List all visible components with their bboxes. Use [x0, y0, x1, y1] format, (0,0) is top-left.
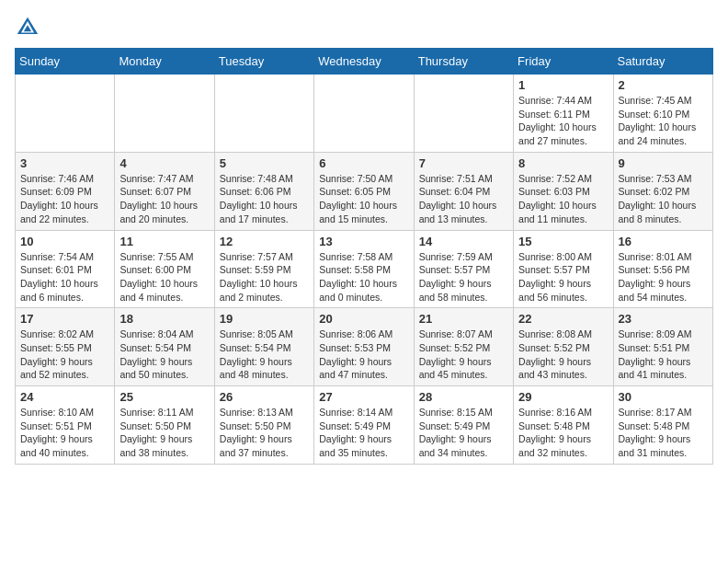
week-row-3: 10Sunrise: 7:54 AM Sunset: 6:01 PM Dayli…	[16, 230, 713, 308]
day-number: 18	[119, 312, 209, 326]
day-cell: 29Sunrise: 8:16 AM Sunset: 5:48 PM Dayli…	[514, 386, 613, 465]
day-cell: 4Sunrise: 7:47 AM Sunset: 6:07 PM Daylig…	[115, 152, 214, 230]
day-info: Sunrise: 7:58 AM Sunset: 5:58 PM Dayligh…	[319, 250, 408, 304]
day-number: 16	[619, 235, 708, 248]
day-cell: 2Sunrise: 7:45 AM Sunset: 6:10 PM Daylig…	[613, 75, 712, 153]
header-cell-friday: Friday	[514, 49, 613, 75]
header-cell-sunday: Sunday	[16, 49, 115, 75]
day-number: 13	[319, 235, 408, 248]
day-info: Sunrise: 7:44 AM Sunset: 6:11 PM Dayligh…	[518, 94, 608, 148]
day-info: Sunrise: 8:10 AM Sunset: 5:51 PM Dayligh…	[20, 406, 109, 460]
day-cell: 15Sunrise: 8:00 AM Sunset: 5:57 PM Dayli…	[514, 230, 613, 308]
day-info: Sunrise: 7:52 AM Sunset: 6:03 PM Dayligh…	[518, 172, 608, 226]
day-cell: 22Sunrise: 8:08 AM Sunset: 5:52 PM Dayli…	[514, 308, 613, 386]
calendar-header: SundayMondayTuesdayWednesdayThursdayFrid…	[16, 49, 713, 75]
day-info: Sunrise: 8:11 AM Sunset: 5:50 PM Dayligh…	[119, 406, 209, 460]
header-cell-wednesday: Wednesday	[314, 49, 414, 75]
day-cell: 17Sunrise: 8:02 AM Sunset: 5:55 PM Dayli…	[16, 308, 115, 386]
day-cell: 28Sunrise: 8:15 AM Sunset: 5:49 PM Dayli…	[414, 386, 513, 465]
day-cell: 25Sunrise: 8:11 AM Sunset: 5:50 PM Dayli…	[115, 386, 214, 465]
week-row-5: 24Sunrise: 8:10 AM Sunset: 5:51 PM Dayli…	[16, 386, 713, 465]
day-cell: 30Sunrise: 8:17 AM Sunset: 5:48 PM Dayli…	[613, 386, 712, 465]
day-number: 17	[20, 312, 109, 326]
day-cell: 24Sunrise: 8:10 AM Sunset: 5:51 PM Dayli…	[16, 386, 115, 465]
day-info: Sunrise: 7:59 AM Sunset: 5:57 PM Dayligh…	[419, 250, 508, 304]
day-info: Sunrise: 8:04 AM Sunset: 5:54 PM Dayligh…	[119, 327, 209, 382]
calendar-table: SundayMondayTuesdayWednesdayThursdayFrid…	[15, 48, 713, 465]
day-number: 26	[220, 390, 309, 404]
day-info: Sunrise: 8:07 AM Sunset: 5:52 PM Dayligh…	[419, 327, 508, 382]
day-number: 22	[518, 312, 608, 326]
day-info: Sunrise: 8:02 AM Sunset: 5:55 PM Dayligh…	[20, 327, 109, 382]
day-cell: 1Sunrise: 7:44 AM Sunset: 6:11 PM Daylig…	[514, 75, 613, 153]
day-number: 21	[419, 312, 508, 326]
day-number: 14	[419, 235, 508, 248]
page-header	[15, 15, 713, 40]
day-cell: 20Sunrise: 8:06 AM Sunset: 5:53 PM Dayli…	[314, 308, 414, 386]
day-cell: 11Sunrise: 7:55 AM Sunset: 6:00 PM Dayli…	[115, 230, 214, 308]
week-row-1: 1Sunrise: 7:44 AM Sunset: 6:11 PM Daylig…	[16, 75, 713, 153]
day-number: 7	[419, 156, 508, 170]
day-number: 9	[619, 156, 708, 170]
day-cell: 8Sunrise: 7:52 AM Sunset: 6:03 PM Daylig…	[514, 152, 613, 230]
day-info: Sunrise: 8:08 AM Sunset: 5:52 PM Dayligh…	[518, 327, 608, 382]
day-number: 8	[518, 156, 608, 170]
day-info: Sunrise: 8:06 AM Sunset: 5:53 PM Dayligh…	[319, 327, 408, 382]
day-number: 5	[220, 156, 309, 170]
day-cell: 23Sunrise: 8:09 AM Sunset: 5:51 PM Dayli…	[613, 308, 712, 386]
day-info: Sunrise: 8:09 AM Sunset: 5:51 PM Dayligh…	[619, 327, 708, 382]
day-info: Sunrise: 7:57 AM Sunset: 5:59 PM Dayligh…	[220, 250, 309, 304]
day-info: Sunrise: 8:00 AM Sunset: 5:57 PM Dayligh…	[518, 250, 608, 304]
day-number: 23	[619, 312, 708, 326]
day-info: Sunrise: 8:15 AM Sunset: 5:49 PM Dayligh…	[419, 406, 508, 460]
header-cell-saturday: Saturday	[613, 49, 712, 75]
day-number: 30	[619, 390, 708, 404]
day-cell: 6Sunrise: 7:50 AM Sunset: 6:05 PM Daylig…	[314, 152, 414, 230]
header-row: SundayMondayTuesdayWednesdayThursdayFrid…	[16, 49, 713, 75]
week-row-2: 3Sunrise: 7:46 AM Sunset: 6:09 PM Daylig…	[16, 152, 713, 230]
day-info: Sunrise: 7:45 AM Sunset: 6:10 PM Dayligh…	[619, 94, 708, 148]
header-cell-monday: Monday	[115, 49, 214, 75]
header-cell-tuesday: Tuesday	[214, 49, 313, 75]
day-cell: 13Sunrise: 7:58 AM Sunset: 5:58 PM Dayli…	[314, 230, 414, 308]
day-number: 6	[319, 156, 408, 170]
week-row-4: 17Sunrise: 8:02 AM Sunset: 5:55 PM Dayli…	[16, 308, 713, 386]
day-cell: 14Sunrise: 7:59 AM Sunset: 5:57 PM Dayli…	[414, 230, 513, 308]
calendar-body: 1Sunrise: 7:44 AM Sunset: 6:11 PM Daylig…	[16, 75, 713, 465]
day-number: 29	[518, 390, 608, 404]
day-cell: 18Sunrise: 8:04 AM Sunset: 5:54 PM Dayli…	[115, 308, 214, 386]
day-info: Sunrise: 8:16 AM Sunset: 5:48 PM Dayligh…	[518, 406, 608, 460]
day-cell	[214, 75, 313, 153]
day-cell: 19Sunrise: 8:05 AM Sunset: 5:54 PM Dayli…	[214, 308, 313, 386]
day-number: 12	[220, 235, 309, 248]
day-number: 24	[20, 390, 109, 404]
day-number: 11	[119, 235, 209, 248]
day-number: 1	[518, 78, 608, 92]
day-info: Sunrise: 7:50 AM Sunset: 6:05 PM Dayligh…	[319, 172, 408, 226]
day-number: 15	[518, 235, 608, 248]
day-cell	[314, 75, 414, 153]
day-number: 28	[419, 390, 508, 404]
day-info: Sunrise: 7:53 AM Sunset: 6:02 PM Dayligh…	[619, 172, 708, 226]
day-info: Sunrise: 8:05 AM Sunset: 5:54 PM Dayligh…	[220, 327, 309, 382]
day-cell: 9Sunrise: 7:53 AM Sunset: 6:02 PM Daylig…	[613, 152, 712, 230]
day-number: 10	[20, 235, 109, 248]
logo	[15, 15, 44, 40]
day-info: Sunrise: 7:55 AM Sunset: 6:00 PM Dayligh…	[119, 250, 209, 304]
day-info: Sunrise: 7:46 AM Sunset: 6:09 PM Dayligh…	[20, 172, 109, 226]
header-cell-thursday: Thursday	[414, 49, 513, 75]
day-cell: 16Sunrise: 8:01 AM Sunset: 5:56 PM Dayli…	[613, 230, 712, 308]
day-cell	[414, 75, 513, 153]
day-number: 27	[319, 390, 408, 404]
logo-icon	[15, 15, 40, 40]
day-number: 3	[20, 156, 109, 170]
day-cell: 12Sunrise: 7:57 AM Sunset: 5:59 PM Dayli…	[214, 230, 313, 308]
day-info: Sunrise: 7:47 AM Sunset: 6:07 PM Dayligh…	[119, 172, 209, 226]
day-cell	[115, 75, 214, 153]
day-cell	[16, 75, 115, 153]
day-info: Sunrise: 8:13 AM Sunset: 5:50 PM Dayligh…	[220, 406, 309, 460]
day-cell: 10Sunrise: 7:54 AM Sunset: 6:01 PM Dayli…	[16, 230, 115, 308]
day-number: 25	[119, 390, 209, 404]
day-number: 19	[220, 312, 309, 326]
day-number: 20	[319, 312, 408, 326]
